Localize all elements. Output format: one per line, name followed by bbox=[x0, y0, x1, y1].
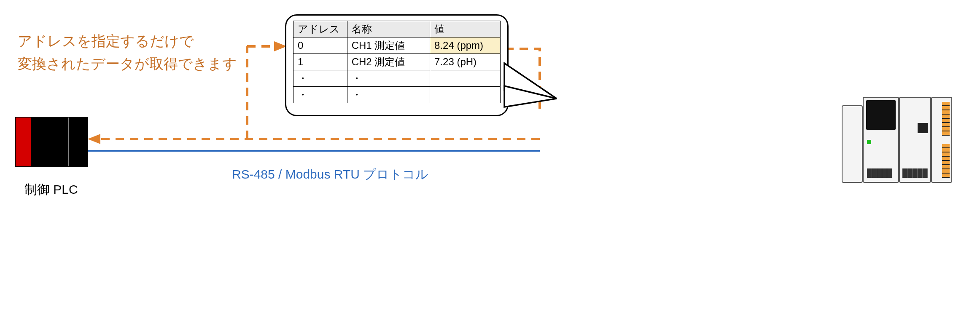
device-terminal-unit bbox=[931, 97, 952, 183]
control-plc bbox=[15, 117, 88, 167]
plc-label: 制御 PLC bbox=[24, 181, 78, 198]
address-table-callout: アドレス 名称 値 0 CH1 測定値 8.24 (ppm) 1 CH2 測定値… bbox=[285, 14, 509, 116]
table-row-ellipsis: ・ ・ bbox=[293, 70, 501, 87]
headline-caption: アドレスを指定するだけで 変換されたデータが取得できます bbox=[18, 29, 279, 75]
table-row-ellipsis: ・ ・ bbox=[293, 87, 501, 103]
plc-power-module bbox=[16, 118, 31, 166]
col-name: 名称 bbox=[347, 21, 430, 37]
col-value: 値 bbox=[430, 21, 501, 37]
caption-line-1: アドレスを指定するだけで bbox=[18, 33, 194, 49]
plc-slot bbox=[31, 118, 50, 166]
dot-icon: ・ bbox=[293, 87, 347, 103]
orange-terminal-icon bbox=[942, 144, 950, 178]
table-header-row: アドレス 名称 値 bbox=[293, 21, 501, 37]
cell-addr: 0 bbox=[293, 37, 347, 54]
cell-name: CH2 測定値 bbox=[347, 54, 430, 70]
dot-icon: ・ bbox=[293, 70, 347, 87]
cell-name: CH1 測定値 bbox=[347, 37, 430, 54]
terminal-block-icon bbox=[902, 168, 928, 178]
callout-tail-icon bbox=[502, 61, 569, 128]
col-address: アドレス bbox=[293, 21, 347, 37]
table-row: 0 CH1 測定値 8.24 (ppm) bbox=[293, 37, 501, 54]
bus-protocol-label: RS-485 / Modbus RTU プロトコル bbox=[232, 166, 428, 183]
bus-line bbox=[88, 150, 540, 152]
device-cpu-unit bbox=[863, 97, 899, 183]
plc-slot bbox=[68, 118, 87, 166]
measurement-device bbox=[842, 97, 972, 185]
device-display bbox=[866, 100, 896, 130]
status-led-icon bbox=[867, 140, 871, 144]
dot-icon: ・ bbox=[347, 70, 430, 87]
cell-addr: 1 bbox=[293, 54, 347, 70]
orange-terminal-icon bbox=[942, 102, 950, 136]
cell-value: 7.23 (pH) bbox=[430, 54, 501, 70]
plc-slot bbox=[50, 118, 69, 166]
device-io-unit bbox=[899, 97, 931, 183]
table-row: 1 CH2 測定値 7.23 (pH) bbox=[293, 54, 501, 70]
terminal-block-icon bbox=[867, 168, 892, 178]
address-table: アドレス 名称 値 0 CH1 測定値 8.24 (ppm) 1 CH2 測定値… bbox=[293, 21, 501, 103]
ethernet-port-icon bbox=[918, 123, 928, 133]
arrow-left-icon bbox=[88, 134, 100, 144]
device-power-unit bbox=[842, 105, 863, 183]
dot-icon: ・ bbox=[347, 87, 430, 103]
cell-value-highlight: 8.24 (ppm) bbox=[430, 37, 501, 54]
caption-line-2: 変換されたデータが取得できます bbox=[18, 56, 237, 72]
